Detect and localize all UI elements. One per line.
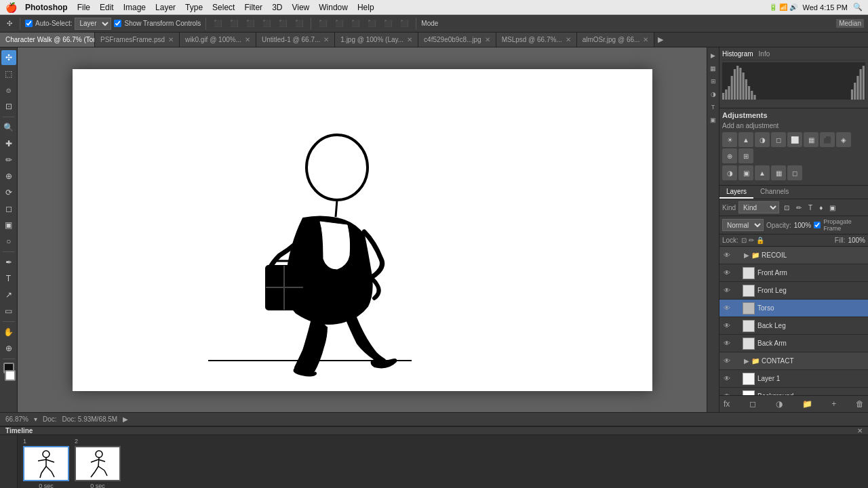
zoom-tool[interactable]: ⊕ (1, 341, 16, 356)
brush-tool[interactable]: ✏ (1, 152, 16, 167)
propagate-frame-checkbox[interactable] (814, 222, 821, 228)
dist-bottom-btn[interactable]: ⬛ (397, 18, 411, 28)
tab-character-walk[interactable]: Character Walk @ 66.7% (Torso, RGB/8#) ✕ (0, 33, 95, 47)
tab-c4f[interactable]: c4f529e0b9c8...jpg ✕ (418, 33, 496, 47)
lock-all-icon[interactable]: 🔒 (756, 237, 764, 244)
selection-tool[interactable]: ⬚ (1, 66, 16, 81)
transform-checkbox[interactable] (114, 20, 121, 27)
menu-filter[interactable]: Filter (244, 3, 262, 12)
layer-item-contact-group[interactable]: 👁 ▶ 📁 CONTACT (719, 352, 868, 370)
layer-kind-select[interactable]: Kind (738, 201, 779, 214)
tab-close-untitled[interactable]: ✕ (323, 36, 329, 43)
eyedropper-tool[interactable]: 🔍 (1, 120, 16, 135)
eye-icon-front-leg[interactable]: 👁 (722, 286, 732, 296)
tab-almosr[interactable]: almOSr.jpg @ 66... ✕ (577, 33, 655, 47)
layer-opt-3[interactable]: T (806, 203, 814, 212)
layer-item-recoil-group[interactable]: 👁 ▶ 📁 RECOIL (719, 247, 868, 264)
zoom-input-icon[interactable]: ▾ (34, 415, 37, 423)
adj-curves[interactable]: ◑ (755, 132, 770, 147)
timeline-close-btn[interactable]: ✕ (857, 427, 863, 434)
dist-left-btn[interactable]: ⬛ (316, 18, 330, 28)
menu-3d[interactable]: 3D (272, 3, 282, 12)
background-color[interactable] (5, 370, 16, 381)
tab-close-wik0[interactable]: ✕ (245, 36, 250, 43)
adj-threshold[interactable]: ▲ (755, 165, 770, 180)
history-tool[interactable]: ⟳ (1, 185, 16, 200)
tab-1jpg[interactable]: 1.jpg @ 100% (Lay... ✕ (335, 33, 418, 47)
eye-icon-recoil[interactable]: 👁 (722, 251, 732, 260)
panel-icon-4[interactable]: ◑ (708, 89, 719, 100)
adj-invert[interactable]: ◑ (722, 165, 737, 180)
histogram-tab[interactable]: Histogram (722, 50, 753, 58)
panel-icon-3[interactable]: ⊞ (708, 76, 719, 87)
dodge-tool[interactable]: ○ (1, 234, 16, 249)
adj-exposure[interactable]: ◻ (771, 132, 786, 147)
path-tool[interactable]: ↗ (1, 287, 16, 302)
apple-menu[interactable]: 🍎 (5, 2, 17, 13)
menu-window[interactable]: Window (319, 3, 348, 12)
layer-group-btn[interactable]: 📁 (801, 398, 814, 410)
adj-channel-mixer[interactable]: ⊞ (738, 148, 753, 163)
layer-opt-1[interactable]: ⊡ (782, 203, 791, 212)
pen-tool[interactable]: ✒ (1, 255, 16, 270)
eye-icon-contact[interactable]: 👁 (722, 357, 732, 366)
auto-select-dropdown[interactable]: Layer Group (75, 18, 111, 30)
zoom-level[interactable]: 66.87% (5, 415, 28, 423)
info-tab[interactable]: Info (759, 50, 770, 58)
opacity-value[interactable]: 100% (794, 222, 812, 229)
menu-view[interactable]: View (292, 3, 309, 12)
adj-posterize[interactable]: ▣ (738, 165, 753, 180)
adj-vibrance[interactable]: ⬜ (787, 132, 802, 147)
layer-delete-btn[interactable]: 🗑 (854, 398, 865, 410)
fill-value[interactable]: 100% (848, 237, 865, 244)
panel-icon-2[interactable]: ▦ (708, 63, 719, 74)
heal-tool[interactable]: ✚ (1, 136, 16, 151)
move-tool-btn[interactable]: ✣ (4, 18, 15, 28)
tab-close-almosr[interactable]: ✕ (643, 36, 648, 43)
align-center-btn[interactable]: ⬛ (227, 18, 241, 28)
dist-top-btn[interactable]: ⬛ (365, 18, 378, 28)
menu-select[interactable]: Select (212, 3, 235, 12)
layer-opt-4[interactable]: ♦ (817, 203, 825, 212)
menu-image[interactable]: Image (123, 3, 146, 12)
lock-position-icon[interactable]: ✏ (749, 237, 754, 244)
eye-icon-front-arm[interactable]: 👁 (722, 268, 732, 278)
layer-item-front-leg[interactable]: 👁 Front Leg (719, 282, 868, 300)
status-expand-btn[interactable]: ▶ (123, 415, 128, 423)
frame-thumb-2[interactable] (75, 446, 121, 481)
dist-mid-btn[interactable]: ⬛ (381, 18, 395, 28)
eye-icon-back-arm[interactable]: 👁 (722, 339, 732, 348)
folder-expand-recoil[interactable]: ▶ (744, 251, 749, 259)
lock-pixels-icon[interactable]: ⊡ (741, 237, 747, 244)
layer-opt-5[interactable]: ▣ (827, 203, 837, 212)
gradient-tool[interactable]: ▣ (1, 218, 16, 232)
menu-file[interactable]: File (77, 3, 90, 12)
adj-gradient-map[interactable]: ▦ (771, 165, 786, 180)
search-icon[interactable]: 🔍 (853, 3, 863, 12)
menu-type[interactable]: Type (185, 3, 203, 12)
adj-hsl[interactable]: ▦ (804, 132, 818, 147)
layer-item-back-arm[interactable]: 👁 Back Arm (719, 335, 868, 352)
layer-item-background[interactable]: 👁 Background (719, 388, 868, 395)
chain-icon-recoil[interactable] (733, 251, 743, 260)
align-middle-btn[interactable]: ⬛ (276, 18, 290, 28)
layer-opt-2[interactable]: ✏ (794, 203, 804, 212)
align-right-btn[interactable]: ⬛ (243, 18, 257, 28)
panel-icon-1[interactable]: ▶ (708, 50, 719, 61)
chain-contact[interactable] (733, 357, 743, 366)
hand-tool[interactable]: ✋ (1, 325, 16, 340)
eraser-tool[interactable]: ◻ (1, 201, 16, 216)
adj-brightness[interactable]: ☀ (722, 132, 737, 147)
channels-tab[interactable]: Channels (753, 186, 795, 199)
adj-bw[interactable]: ◈ (836, 132, 851, 147)
eye-icon-back-leg[interactable]: 👁 (722, 321, 732, 331)
auto-select-checkbox[interactable] (25, 20, 33, 27)
shape-tool[interactable]: ▭ (1, 304, 16, 319)
tab-msl[interactable]: MSLpsd @ 66.7%... ✕ (496, 33, 577, 47)
tabs-scroll-arrow[interactable]: ▶ (654, 33, 667, 47)
app-name[interactable]: Photoshop (25, 3, 68, 12)
adj-photo-filter[interactable]: ⊕ (722, 148, 737, 163)
frame-item-2[interactable]: 2 0 sec (75, 438, 121, 488)
tab-wik0[interactable]: wik0.gif @ 100%... ✕ (180, 33, 256, 47)
dist-right-btn[interactable]: ⬛ (349, 18, 362, 28)
